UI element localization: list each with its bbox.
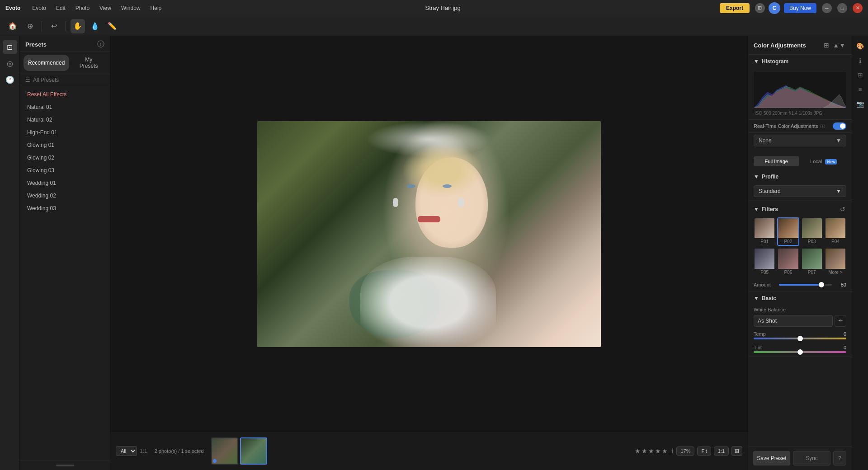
amount-slider[interactable] (779, 284, 832, 286)
tab-local[interactable]: Local New (801, 156, 847, 166)
buy-now-button[interactable]: Buy Now (784, 3, 816, 13)
maximize-button[interactable]: □ (837, 3, 847, 13)
sidebar-adjustments-icon[interactable]: ◎ (3, 56, 17, 70)
preset-natural-02[interactable]: Natural 02 (20, 113, 110, 126)
avatar[interactable]: C (769, 2, 780, 14)
filmstrip-view-mode: 1:1 (140, 448, 147, 454)
minimize-button[interactable]: ─ (822, 3, 832, 13)
profile-dropdown[interactable]: Standard ▼ (754, 185, 846, 197)
wb-label: White Balance (754, 307, 786, 312)
preset-glowing-03[interactable]: Glowing 03 (20, 164, 110, 177)
preset-natural-01[interactable]: Natural 01 (20, 101, 110, 113)
profile-header[interactable]: ▼ Profile (748, 170, 852, 183)
presets-tabs: Recommended My Presets (20, 52, 110, 74)
tab-full-image[interactable]: Full Image (754, 156, 799, 166)
save-preset-button[interactable]: Save Preset (753, 451, 790, 465)
filter-p02[interactable]: P02 (777, 217, 799, 246)
save-icon-button[interactable]: ⊞ (755, 3, 765, 13)
brush-tool-button[interactable]: ✏️ (105, 19, 119, 33)
filters-header[interactable]: ▼ Filters ↺ (748, 201, 852, 217)
tint-value: 0 (844, 345, 846, 350)
temp-slider-thumb[interactable] (797, 336, 803, 341)
wb-dropdown[interactable]: As Shot (754, 315, 833, 327)
filmstrip-controls: All 1:1 (116, 446, 147, 456)
help-button[interactable]: ? (833, 451, 846, 465)
realtime-toggle[interactable] (833, 122, 846, 130)
presets-add-button[interactable]: ⓘ (97, 41, 104, 48)
panel-split-icon[interactable]: ⊞ (823, 41, 830, 50)
menu-view[interactable]: View (95, 4, 116, 12)
filmstrip: All 1:1 2 photo(s) / 1 selected ★ ★ ★ ★ (110, 432, 748, 470)
dropper-tool-button[interactable]: 💧 (88, 19, 102, 33)
menu-photo[interactable]: Photo (71, 4, 94, 12)
ratio-button[interactable]: 1:1 (714, 446, 729, 456)
star-2[interactable]: ★ (642, 447, 647, 455)
histogram-header[interactable]: ▼ Histogram (748, 55, 852, 68)
info-icon[interactable]: ℹ (671, 447, 674, 455)
sidebar-history-icon[interactable]: 🕐 (3, 72, 17, 87)
edge-camera-icon[interactable]: 📷 (854, 98, 867, 110)
edge-grid-icon[interactable]: ⊞ (854, 69, 867, 81)
menu-evoto[interactable]: Evoto (28, 4, 51, 12)
export-button[interactable]: Export (720, 3, 750, 13)
filter-p03[interactable]: P03 (801, 217, 823, 246)
menu-window[interactable]: Window (117, 4, 145, 12)
sidebar-icons: ⊡ ◎ 🕐 (0, 36, 20, 470)
filters-reset-icon[interactable]: ↺ (839, 205, 846, 214)
filter-p04[interactable]: P04 (825, 217, 846, 246)
home-button[interactable]: 🏠 (5, 19, 20, 33)
fit-button[interactable]: Fit (697, 446, 711, 456)
realtime-info-icon[interactable]: ⓘ (820, 123, 825, 130)
star-3[interactable]: ★ (648, 447, 654, 455)
edge-palette-icon[interactable]: 🎨 (854, 40, 867, 52)
preset-reset-all[interactable]: Reset All Effects (20, 88, 110, 101)
filter-p01[interactable]: P01 (754, 217, 775, 246)
app-logo: Evoto (5, 5, 20, 11)
filter-p05[interactable]: P05 (754, 248, 775, 276)
sync-button[interactable]: Sync (793, 451, 831, 465)
tab-recommended[interactable]: Recommended (24, 55, 69, 71)
hand-tool-button[interactable]: ✋ (71, 19, 85, 33)
filter-p06[interactable]: P06 (777, 248, 799, 276)
toolbar-divider-2 (66, 21, 66, 31)
tab-my-presets[interactable]: My Presets (71, 55, 106, 71)
filter-p07[interactable]: P07 (801, 248, 823, 276)
close-button[interactable]: ✕ (853, 3, 863, 13)
tint-slider-thumb[interactable] (797, 349, 803, 355)
filter-more[interactable]: More > (825, 248, 846, 276)
filmstrip-thumb-1[interactable] (211, 437, 238, 465)
main-image (257, 121, 601, 347)
add-button[interactable]: ⊕ (23, 19, 37, 33)
edge-layers-icon[interactable]: ≡ (854, 83, 867, 96)
menu-edit[interactable]: Edit (52, 4, 70, 12)
section-filters: ▼ Filters ↺ P01 P02 (748, 201, 852, 291)
filmstrip-thumb-2[interactable] (240, 437, 267, 465)
preset-wedding-02[interactable]: Wedding 02 (20, 189, 110, 202)
preset-wedding-03[interactable]: Wedding 03 (20, 202, 110, 215)
amount-slider-thumb[interactable] (819, 282, 824, 287)
menu-help[interactable]: Help (146, 4, 166, 12)
image-container[interactable] (110, 36, 748, 432)
preset-wedding-01[interactable]: Wedding 01 (20, 177, 110, 189)
temp-slider[interactable] (754, 338, 846, 339)
star-4[interactable]: ★ (655, 447, 661, 455)
presets-filter[interactable]: ☰ All Presets (20, 74, 110, 86)
wb-eyedropper-button[interactable]: ✒ (835, 315, 846, 327)
sidebar-presets-icon[interactable]: ⊡ (3, 40, 17, 54)
filmstrip-filter-select[interactable]: All (116, 446, 137, 456)
basic-header[interactable]: ▼ Basic (748, 291, 852, 305)
none-dropdown[interactable]: None ▼ (754, 135, 846, 146)
zoom-display[interactable]: 17% (676, 446, 694, 456)
preset-glowing-02[interactable]: Glowing 02 (20, 151, 110, 164)
grid-view-button[interactable]: ⊞ (731, 446, 742, 456)
filter-p02-label: P02 (778, 238, 798, 245)
edge-info-icon[interactable]: ℹ (854, 54, 867, 67)
star-1[interactable]: ★ (635, 447, 641, 455)
preset-glowing-01[interactable]: Glowing 01 (20, 139, 110, 151)
tint-slider[interactable] (754, 351, 846, 353)
panel-chevron-icon[interactable]: ▲▼ (832, 41, 846, 50)
section-profile: ▼ Profile Standard ▼ (748, 170, 852, 201)
preset-high-end-01[interactable]: High-End 01 (20, 126, 110, 139)
undo-button[interactable]: ↩ (47, 19, 61, 33)
star-5[interactable]: ★ (662, 447, 668, 455)
